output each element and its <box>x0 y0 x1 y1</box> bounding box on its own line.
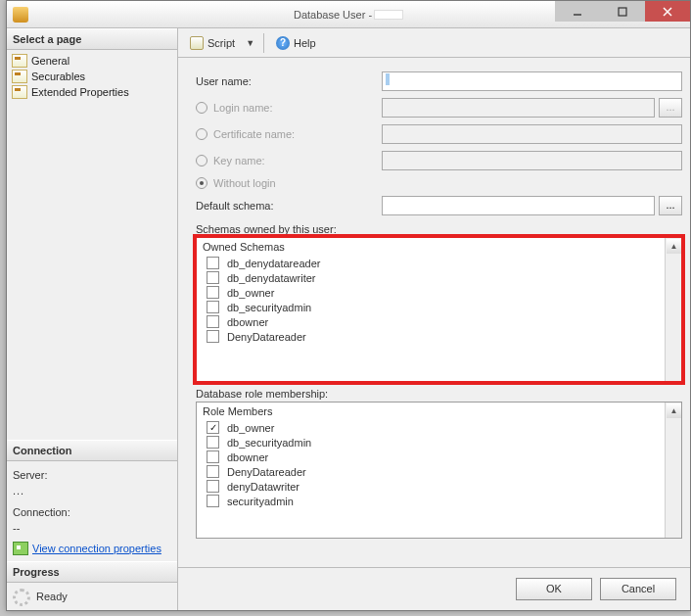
dialog-window: Database User - Select a page General Se… <box>6 0 691 611</box>
toolbar: Script ▼ ?Help <box>178 28 690 58</box>
checkbox[interactable] <box>207 480 219 493</box>
window-title: Database User - <box>294 8 403 22</box>
role-members-header: Role Members <box>197 403 665 420</box>
list-item[interactable]: db_securityadmin <box>197 300 665 314</box>
username-label: User name: <box>196 75 382 87</box>
network-icon <box>13 542 28 555</box>
checkbox[interactable] <box>207 450 219 463</box>
progress-status: Ready <box>36 591 68 602</box>
help-icon: ? <box>276 36 290 50</box>
help-button[interactable]: ?Help <box>270 33 322 53</box>
page-icon <box>12 54 27 68</box>
server-label: Server: <box>13 467 171 483</box>
script-button[interactable]: Script <box>184 33 241 53</box>
loginname-browse: ... <box>659 98 682 118</box>
checkbox[interactable] <box>207 301 219 313</box>
script-icon <box>190 36 204 50</box>
list-item[interactable]: dbowner <box>197 450 665 464</box>
checkbox[interactable] <box>207 330 219 343</box>
scrollbar[interactable]: ▲ <box>665 403 681 538</box>
database-icon <box>13 7 28 23</box>
redacted-username <box>374 10 403 20</box>
list-item[interactable]: DenyDatareader <box>197 329 665 344</box>
right-panel: Script ▼ ?Help User name: Login name: ..… <box>178 28 690 610</box>
list-item[interactable]: db_owner <box>197 285 665 300</box>
radio-icon <box>196 177 207 189</box>
keyname-label: Key name: <box>196 155 382 166</box>
checkbox[interactable] <box>207 315 219 328</box>
role-membership-label: Database role membership: <box>196 388 682 400</box>
minimize-button[interactable] <box>555 1 600 22</box>
progress-block: Ready <box>7 583 177 610</box>
progress-header: Progress <box>7 561 177 583</box>
connection-info: Server: ... Connection: -- View connecti… <box>7 461 177 561</box>
dialog-footer: OK Cancel <box>178 567 690 610</box>
maximize-button[interactable] <box>600 1 645 22</box>
nav-securables[interactable]: Securables <box>10 69 174 84</box>
scrollbar[interactable]: ▲ <box>665 238 681 381</box>
left-panel: Select a page General Securables Extende… <box>7 28 178 610</box>
connection-header: Connection <box>7 440 177 461</box>
cancel-button[interactable]: Cancel <box>600 578 676 600</box>
list-item[interactable]: db_securityadmin <box>197 435 665 450</box>
loginname-input <box>382 98 655 118</box>
radio-icon <box>196 155 207 166</box>
radio-icon <box>196 128 207 140</box>
list-item[interactable]: dbowner <box>197 314 665 329</box>
page-icon <box>12 70 27 83</box>
toolbar-separator <box>263 33 264 53</box>
titlebar[interactable]: Database User - <box>7 1 690 28</box>
list-item[interactable]: db_denydatawriter <box>197 270 665 285</box>
progress-spinner-icon <box>13 589 30 606</box>
select-page-header: Select a page <box>7 28 177 50</box>
checkbox[interactable] <box>207 436 219 449</box>
defaultschema-input[interactable] <box>382 196 655 215</box>
username-input[interactable] <box>382 71 682 91</box>
page-icon <box>12 85 27 99</box>
owned-schemas-header: Owned Schemas <box>197 238 665 256</box>
svg-rect-1 <box>619 8 626 16</box>
checkbox[interactable] <box>207 465 219 478</box>
nav-general[interactable]: General <box>10 53 174 69</box>
defaultschema-label: Default schema: <box>196 200 382 212</box>
scroll-up-icon[interactable]: ▲ <box>667 239 681 254</box>
defaultschema-browse[interactable]: ... <box>659 196 682 215</box>
server-value: ... <box>13 483 171 498</box>
checkbox[interactable]: ✓ <box>207 421 219 434</box>
ok-button[interactable]: OK <box>516 578 592 600</box>
role-membership-list[interactable]: ▲ Role Members ✓db_owner db_securityadmi… <box>196 402 682 539</box>
loginname-label: Login name: <box>196 102 382 114</box>
radio-icon <box>196 102 207 114</box>
checkbox[interactable] <box>207 495 219 507</box>
nav-extended-properties[interactable]: Extended Properties <box>10 84 174 100</box>
certname-input <box>382 124 682 144</box>
connection-value: -- <box>13 520 171 536</box>
view-connection-properties-link[interactable]: View connection properties <box>13 542 161 555</box>
script-dropdown[interactable]: ▼ <box>243 38 257 48</box>
page-nav: General Securables Extended Properties <box>7 50 177 106</box>
certname-label: Certificate name: <box>196 128 382 140</box>
withoutlogin-label: Without login <box>196 177 382 189</box>
keyname-input <box>382 151 682 170</box>
list-item[interactable]: db_denydatareader <box>197 256 665 270</box>
list-item[interactable]: denyDatawriter <box>197 479 665 494</box>
checkbox[interactable] <box>207 257 219 269</box>
owned-schemas-label: Schemas owned by this user: <box>196 223 682 235</box>
list-item[interactable]: securityadmin <box>197 494 665 508</box>
connection-label: Connection: <box>13 504 171 520</box>
close-button[interactable] <box>645 1 690 22</box>
checkbox[interactable] <box>207 286 219 299</box>
list-item[interactable]: ✓db_owner <box>197 420 665 435</box>
checkbox[interactable] <box>207 271 219 284</box>
owned-schemas-list[interactable]: ▲ Owned Schemas db_denydatareader db_den… <box>196 237 682 382</box>
list-item[interactable]: DenyDatareader <box>197 464 665 479</box>
form-area: User name: Login name: ... Certificate n… <box>178 58 690 567</box>
scroll-up-icon[interactable]: ▲ <box>667 403 681 418</box>
